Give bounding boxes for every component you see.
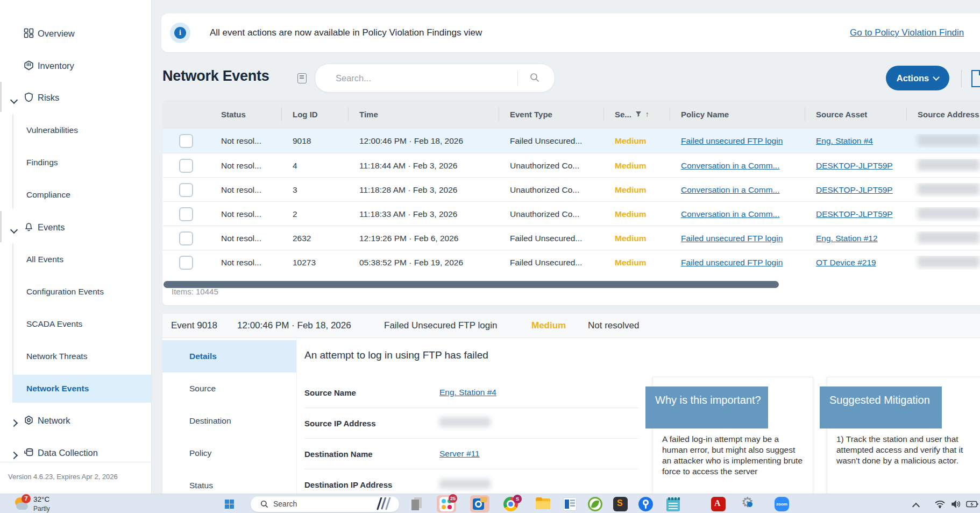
horizontal-scrollbar[interactable] (164, 281, 779, 288)
tab-source[interactable]: Source (162, 373, 296, 405)
column-header-severity[interactable]: Se... ↑ (603, 100, 670, 129)
column-header-source-address[interactable]: Source Address (906, 100, 980, 129)
table-row[interactable]: Not resol... 10273 05:38:52 PM · Feb 19,… (162, 250, 980, 275)
actions-button[interactable]: Actions (886, 66, 949, 90)
chevron-right-icon[interactable] (11, 451, 17, 460)
tray-chevron-up-icon[interactable] (913, 502, 919, 511)
copy-icon[interactable] (297, 73, 307, 83)
row-checkbox[interactable] (179, 207, 193, 221)
sidebar-item-all-events[interactable]: All Events (0, 245, 151, 273)
sidebar-item-risks[interactable]: Risks (0, 83, 151, 111)
row-checkbox[interactable] (179, 134, 193, 148)
policy-violation-findings-link[interactable]: Go to Policy Violation Findin (850, 27, 964, 38)
detail-tab-list: Details Source Destination Policy Status (162, 338, 297, 494)
row-checkbox[interactable] (179, 183, 193, 197)
gray-app-icon[interactable] (410, 497, 424, 511)
weather-condition[interactable]: Partly (33, 505, 50, 512)
event-severity-label: Medium (531, 320, 566, 331)
tab-destination[interactable]: Destination (162, 405, 296, 437)
slack-icon[interactable]: 25 (439, 497, 454, 511)
sidebar-item-network-events[interactable]: Network Events (12, 375, 151, 403)
sidebar-item-configuration-events[interactable]: Configuration Events (0, 278, 151, 306)
blue-app-icon[interactable] (563, 497, 577, 511)
chrome-icon[interactable]: S (503, 497, 518, 511)
chevron-down-icon[interactable] (11, 95, 17, 105)
source-asset-link[interactable]: Eng. Station #12 (816, 234, 878, 243)
blue-circle-app-icon[interactable] (638, 497, 653, 511)
tab-label: Destination (189, 416, 231, 426)
source-asset-link[interactable]: OT Device #219 (816, 258, 876, 267)
column-header-event-type[interactable]: Event Type (499, 100, 603, 129)
column-header-time[interactable]: Time (348, 100, 499, 129)
column-header-source-asset[interactable]: Source Asset (805, 100, 906, 129)
acrobat-icon[interactable]: A (711, 497, 726, 511)
column-header-policy-name[interactable]: Policy Name (670, 100, 805, 129)
policy-name-link[interactable]: Failed unsecured FTP login (681, 258, 783, 267)
table-row[interactable]: Not resol... 2632 12:19:26 PM · Feb 6, 2… (162, 226, 980, 250)
tab-policy[interactable]: Policy (162, 437, 296, 469)
export-file-icon[interactable] (970, 69, 980, 90)
source-asset-link[interactable]: DESKTOP-JLPT59P (816, 161, 893, 170)
source-asset-link[interactable]: Eng. Station #4 (816, 136, 873, 145)
sidebar-item-label: Network (38, 416, 70, 426)
windows-start-button[interactable] (225, 500, 234, 509)
column-header-log-id[interactable]: Log ID (281, 100, 348, 129)
sidebar-item-inventory[interactable]: Inventory (0, 52, 151, 80)
zoom-icon[interactable]: zoom (775, 497, 789, 511)
sidebar-item-network-threats[interactable]: Network Threats (0, 342, 151, 370)
filter-funnel-icon[interactable] (635, 110, 642, 119)
event-type-cell: Failed Unsecured... (499, 136, 603, 146)
sidebar-item-data-collection[interactable]: Data Collection (0, 439, 151, 467)
sidebar-item-overview[interactable]: Overview (0, 19, 151, 47)
row-checkbox[interactable] (179, 231, 193, 245)
row-checkbox[interactable] (179, 256, 193, 270)
tab-status[interactable]: Status (162, 469, 296, 494)
chevron-right-icon[interactable] (11, 418, 17, 428)
event-time-label: 12:00:46 PM · Feb 18, 2026 (237, 320, 351, 331)
policy-name-link[interactable]: Conversation in a Comm... (681, 185, 780, 194)
field-source-ip: Source IP Address (304, 408, 638, 439)
source-asset-link[interactable]: DESKTOP-JLPT59P (816, 209, 893, 219)
policy-name-link[interactable]: Conversation in a Comm... (681, 161, 780, 170)
taskbar-search-box[interactable]: Search (250, 496, 400, 512)
row-checkbox[interactable] (179, 159, 193, 173)
green-leaf-app-icon[interactable] (588, 497, 602, 511)
outlook-icon[interactable] (473, 497, 487, 511)
search-input[interactable] (335, 71, 498, 86)
table-row[interactable]: Not resol... 3 11:18:28 AM · Feb 3, 2026… (162, 177, 980, 202)
chevron-down-icon[interactable] (11, 225, 17, 235)
sidebar-item-findings[interactable]: Findings (0, 149, 151, 177)
redacted-source-address (918, 256, 979, 268)
notebook-app-icon[interactable] (666, 497, 680, 511)
wifi-icon[interactable] (935, 500, 945, 510)
policy-name-link[interactable]: Failed unsecured FTP login (681, 136, 783, 145)
sidebar-item-compliance[interactable]: Compliance (0, 181, 151, 209)
tab-details[interactable]: Details (162, 340, 296, 373)
weather-widget[interactable]: 7 (14, 496, 29, 511)
redacted-destination-ip (439, 479, 491, 489)
volume-icon[interactable] (951, 500, 961, 510)
sidebar-item-label: Vulnerabilities (26, 125, 78, 135)
settings-gear-icon[interactable]: ⚙ (742, 497, 757, 511)
table-row[interactable]: Not resol... 2 11:18:33 AM · Feb 3, 2026… (162, 201, 980, 226)
column-header-status[interactable]: Status (210, 100, 281, 129)
sidebar-item-network[interactable]: Network (0, 406, 151, 434)
weather-temperature[interactable]: 32°C (33, 495, 49, 503)
search-icon[interactable] (529, 72, 540, 85)
table-row[interactable]: Not resol... 9018 12:00:46 PM · Feb 18, … (162, 129, 980, 153)
sublime-text-icon[interactable]: S (613, 497, 628, 511)
grid-icon (24, 28, 34, 38)
source-asset-link[interactable]: DESKTOP-JLPT59P (816, 185, 893, 194)
sidebar-item-events[interactable]: Events (0, 213, 151, 241)
sidebar-item-scada-events[interactable]: SCADA Events (0, 310, 151, 338)
file-explorer-icon[interactable] (536, 497, 550, 511)
table-row[interactable]: Not resol... 4 11:18:44 AM · Feb 3, 2026… (162, 153, 980, 178)
sidebar-item-vulnerabilities[interactable]: Vulnerabilities (0, 116, 151, 144)
policy-name-link[interactable]: Failed unsecured FTP login (681, 234, 783, 243)
destination-name-link[interactable]: Server #11 (439, 449, 480, 458)
gear-hexagon-icon (24, 415, 34, 425)
sort-ascending-icon[interactable]: ↑ (645, 110, 649, 118)
battery-icon[interactable] (966, 500, 979, 510)
policy-name-link[interactable]: Conversation in a Comm... (681, 209, 780, 219)
source-name-link[interactable]: Eng. Station #4 (439, 388, 496, 397)
